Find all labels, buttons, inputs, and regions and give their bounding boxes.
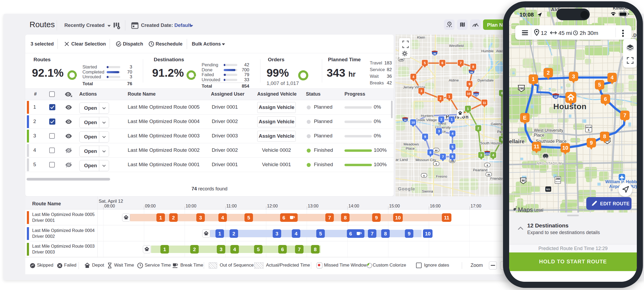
- svg-text:6: 6: [451, 154, 453, 158]
- svg-text:3: 3: [572, 73, 575, 79]
- svg-text:7: 7: [442, 155, 444, 159]
- svg-text:Meadows: Meadows: [404, 142, 419, 146]
- svg-text:6: 6: [441, 61, 443, 65]
- svg-text:2: 2: [547, 70, 550, 76]
- svg-text:9: 9: [468, 82, 470, 86]
- svg-text:90: 90: [435, 149, 438, 152]
- svg-text:521: 521: [546, 188, 550, 191]
- svg-text:1: 1: [467, 107, 469, 111]
- svg-text:9: 9: [590, 140, 593, 146]
- svg-text:Pasade: Pasade: [497, 130, 503, 134]
- svg-text:249: 249: [399, 58, 403, 61]
- svg-text:Fresno: Fresno: [436, 174, 447, 178]
- svg-text:11: 11: [534, 144, 539, 149]
- svg-text:7: 7: [623, 112, 626, 118]
- svg-text:1: 1: [532, 76, 535, 82]
- svg-text:4: 4: [412, 75, 414, 79]
- svg-text:69: 69: [470, 71, 473, 74]
- svg-text:2: 2: [440, 117, 442, 121]
- svg-text:Hunters: Hunters: [421, 114, 434, 118]
- svg-text:10: 10: [554, 95, 557, 99]
- svg-text:610: 610: [474, 93, 478, 96]
- svg-text:ellaire: ellaire: [509, 138, 525, 144]
- svg-text:1: 1: [448, 95, 450, 99]
- svg-text:3: 3: [420, 89, 422, 93]
- svg-text:8: 8: [429, 150, 431, 154]
- svg-text:1: 1: [451, 117, 452, 121]
- svg-text:90: 90: [522, 179, 525, 182]
- svg-text:Kinwood: Kinwood: [613, 7, 631, 10]
- svg-text:5: 5: [424, 61, 426, 65]
- svg-text:610: 610: [485, 153, 489, 155]
- svg-text:8: 8: [435, 163, 437, 165]
- svg-text:4: 4: [492, 153, 494, 157]
- svg-text:Friendsw: Friendsw: [490, 177, 503, 181]
- svg-text:Atas: Atas: [496, 49, 503, 53]
- svg-text:3: 3: [480, 153, 482, 157]
- svg-text:E: E: [523, 115, 526, 121]
- svg-text:6: 6: [423, 174, 425, 177]
- svg-text:South Housto: South Housto: [480, 141, 502, 145]
- svg-text:Missouri City: Missouri City: [416, 158, 436, 162]
- svg-text:10: 10: [412, 121, 415, 124]
- svg-text:11: 11: [483, 101, 486, 104]
- svg-text:Place: Place: [406, 146, 415, 150]
- svg-text:Klein: Klein: [417, 35, 425, 39]
- svg-text:6: 6: [604, 96, 607, 102]
- svg-text:Humble: Humble: [481, 49, 494, 53]
- svg-text:10: 10: [467, 92, 471, 95]
- svg-text:TEXAS: TEXAS: [555, 181, 560, 182]
- svg-text:7: 7: [460, 61, 462, 65]
- svg-text:2: 2: [439, 96, 441, 100]
- svg-text:4: 4: [610, 75, 614, 80]
- svg-text:NRG STADIUM: NRG STADIUM: [537, 162, 562, 165]
- svg-text:Sienna: Sienna: [422, 189, 433, 193]
- svg-text:Creek Village: Creek Village: [416, 118, 437, 122]
- svg-text:.D: .D: [632, 33, 637, 38]
- svg-text:Aldine: Aldine: [449, 78, 459, 82]
- svg-text:8: 8: [603, 133, 606, 139]
- svg-text:Westfield: Westfield: [449, 44, 464, 48]
- svg-text:5: 5: [588, 128, 589, 132]
- svg-text:3: 3: [438, 129, 440, 133]
- svg-text:8: 8: [487, 164, 488, 167]
- svg-text:9: 9: [424, 135, 426, 139]
- svg-text:4: 4: [451, 132, 454, 136]
- svg-text:8: 8: [472, 65, 474, 69]
- svg-text:35: 35: [487, 173, 490, 176]
- svg-text:5: 5: [501, 137, 503, 141]
- svg-text:45: 45: [433, 52, 436, 55]
- svg-text:5: 5: [598, 82, 601, 88]
- svg-text:2: 2: [477, 126, 479, 130]
- svg-text:5: 5: [451, 145, 453, 149]
- svg-text:290: 290: [519, 87, 524, 90]
- svg-text:West University: West University: [534, 128, 563, 133]
- svg-text:Galena Park: Galena Park: [491, 122, 503, 126]
- svg-text:Pearland: Pearland: [473, 168, 487, 172]
- svg-text:10: 10: [404, 119, 406, 122]
- svg-text:8: 8: [501, 91, 503, 95]
- svg-text:Google: Google: [398, 186, 415, 191]
- svg-text:ar Land: ar Land: [396, 158, 408, 162]
- svg-text:288: 288: [556, 177, 560, 180]
- svg-text:10: 10: [562, 145, 568, 151]
- svg-text:.Place: .Place: [533, 133, 545, 137]
- svg-text:Dyersdale: Dyersdale: [477, 78, 494, 82]
